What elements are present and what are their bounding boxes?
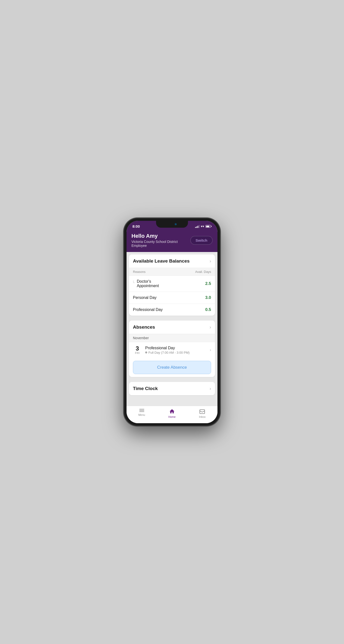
phone-screen: 8:00 ▾▾ Hello Amy Victoria County School… <box>127 221 217 423</box>
month-label: November <box>133 336 149 340</box>
indent-icon: L <box>133 280 135 284</box>
nav-label-home: Home <box>168 415 175 418</box>
phone-notch <box>156 221 188 228</box>
absence-date: 3 FRI <box>133 346 142 354</box>
nav-label-inbox: Inbox <box>199 415 206 418</box>
absences-title: Absences <box>133 324 155 330</box>
leave-days-doctors: 2.5 <box>205 281 211 286</box>
greeting-text: Hello Amy <box>131 233 178 239</box>
menu-icon <box>139 408 144 412</box>
absence-type: Professional Day <box>145 346 206 350</box>
leave-row: Professional Day 0.5 <box>129 304 215 316</box>
header-user-info: Hello Amy Victoria County School Distric… <box>131 233 178 248</box>
leave-days-professional: 0.5 <box>205 307 211 312</box>
leave-balances-chevron-icon: › <box>210 259 211 264</box>
time-clock-card: Time Clock › <box>129 382 215 395</box>
absence-row-chevron-icon: › <box>210 348 211 352</box>
absence-day-number: 3 <box>133 346 142 352</box>
absences-header[interactable]: Absences › <box>129 320 215 334</box>
leave-balances-title: Available Leave Balances <box>133 258 190 264</box>
district-text: Victoria County School District <box>131 240 178 244</box>
leave-row: Personal Day 3.0 <box>129 292 215 304</box>
phone-device: 8:00 ▾▾ Hello Amy Victoria County School… <box>124 218 220 426</box>
month-header: November <box>129 334 215 342</box>
nav-label-menu: Menu <box>138 413 145 416</box>
create-absence-button[interactable]: Create Absence <box>133 361 211 374</box>
signal-icon <box>195 225 200 228</box>
absence-dot-icon <box>145 352 147 354</box>
bottom-nav: Menu Home Inbox <box>127 406 217 423</box>
main-content: Available Leave Balances › Reasons Avail… <box>127 252 217 406</box>
leave-table-header: Reasons Avail. Days <box>129 268 215 276</box>
role-text: Employee <box>131 244 178 248</box>
leave-days-personal: 3.0 <box>205 295 211 300</box>
inbox-icon <box>199 408 205 414</box>
nav-item-home[interactable]: Home <box>163 408 181 418</box>
leave-balances-header[interactable]: Available Leave Balances › <box>129 254 215 268</box>
switch-button[interactable]: Switch <box>190 236 213 245</box>
leave-row: L Doctor'sAppointment 2.5 <box>129 276 215 292</box>
leave-balances-card: Available Leave Balances › Reasons Avail… <box>129 254 215 316</box>
status-icons: ▾▾ <box>195 224 212 228</box>
absence-day-name: FRI <box>133 352 142 354</box>
svg-rect-0 <box>200 410 205 414</box>
notch-camera <box>175 223 177 225</box>
absences-card: Absences › November 3 FRI Professional D… <box>129 320 215 377</box>
absence-row[interactable]: 3 FRI Professional Day Full Day (7:00 AM… <box>129 342 215 358</box>
time-clock-header[interactable]: Time Clock › <box>129 382 215 395</box>
absence-time: Full Day (7:00 AM - 3:00 PM) <box>145 351 206 354</box>
nav-item-inbox[interactable]: Inbox <box>194 408 211 418</box>
home-icon <box>169 408 175 414</box>
wifi-icon: ▾▾ <box>201 224 204 228</box>
time-clock-chevron-icon: › <box>210 386 211 391</box>
leave-name-doctors: L Doctor'sAppointment <box>133 279 159 288</box>
days-column-label: Avail. Days <box>195 270 211 274</box>
time-clock-title: Time Clock <box>133 386 158 391</box>
app-header: Hello Amy Victoria County School Distric… <box>127 230 217 252</box>
leave-name-professional: Professional Day <box>133 308 163 312</box>
status-time: 8:00 <box>132 224 140 228</box>
absence-info: Professional Day Full Day (7:00 AM - 3:0… <box>145 346 206 354</box>
reasons-column-label: Reasons <box>133 270 145 274</box>
battery-icon <box>205 225 212 228</box>
nav-item-menu[interactable]: Menu <box>133 408 150 418</box>
leave-name-personal: Personal Day <box>133 296 157 300</box>
absences-chevron-icon: › <box>210 325 211 330</box>
